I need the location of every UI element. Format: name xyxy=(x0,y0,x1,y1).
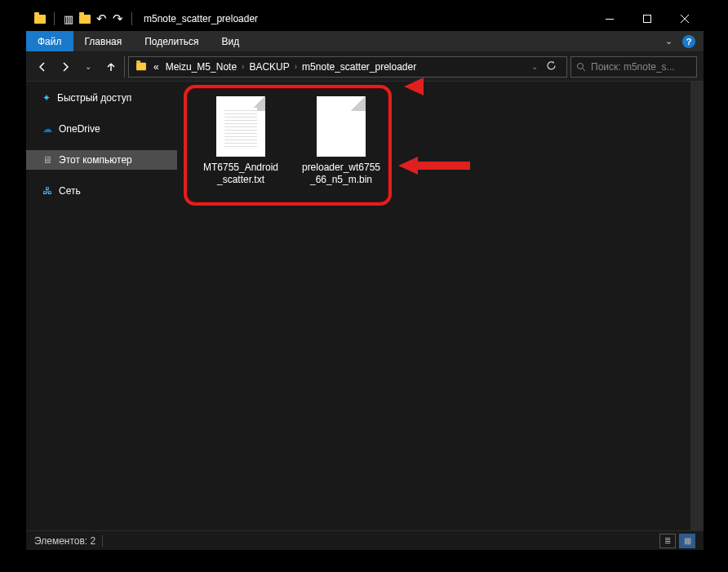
tab-view[interactable]: Вид xyxy=(210,31,251,51)
sidebar-item-network[interactable]: 🖧 Сеть xyxy=(26,181,177,201)
navigation-bar: ⌄ « Meizu_M5_Note › BACKUP › m5note_scat… xyxy=(26,52,704,82)
file-label-line2: _66_n5_m.bin xyxy=(295,174,387,186)
maximize-button[interactable] xyxy=(628,7,666,31)
scrollbar[interactable] xyxy=(690,82,704,530)
breadcrumb-seg3[interactable]: m5note_scatter_preloader xyxy=(299,61,419,73)
folder-icon xyxy=(132,62,150,71)
binary-file-icon xyxy=(317,96,366,157)
star-icon: ✦ xyxy=(42,92,51,104)
file-item-scatter-txt[interactable]: MT6755_Android _scatter.txt xyxy=(195,96,286,186)
monitor-icon: 🖥 xyxy=(42,154,52,166)
chevron-right-icon[interactable]: › xyxy=(293,62,299,71)
titlebar: ▥ ↶ ↷ m5note_scatter_preloader xyxy=(26,7,704,31)
breadcrumb-prefix: « xyxy=(150,61,162,73)
chevron-down-icon[interactable]: ⌄ xyxy=(665,36,673,47)
sidebar-item-onedrive[interactable]: ☁ OneDrive xyxy=(26,119,177,139)
address-separator xyxy=(124,56,125,78)
nav-pane: ✦ Быстрый доступ ☁ OneDrive 🖥 Этот компь… xyxy=(26,82,177,530)
tab-home[interactable]: Главная xyxy=(73,31,134,51)
breadcrumb-seg1[interactable]: Meizu_M5_Note xyxy=(162,61,240,73)
refresh-icon[interactable] xyxy=(539,60,563,73)
breadcrumb-seg2[interactable]: BACKUP xyxy=(246,61,292,73)
ribbon-tabs: Файл Главная Поделиться Вид ⌄ ? xyxy=(26,31,704,52)
file-item-preloader-bin[interactable]: preloader_wt6755 _66_n5_m.bin xyxy=(295,96,387,186)
content-pane[interactable]: MT6755_Android _scatter.txt preloader_wt… xyxy=(177,82,704,530)
text-file-icon xyxy=(216,96,265,157)
new-folder-icon[interactable] xyxy=(78,11,92,26)
redo-icon[interactable]: ↷ xyxy=(110,11,125,26)
address-bar[interactable]: « Meizu_M5_Note › BACKUP › m5note_scatte… xyxy=(128,56,567,78)
window-controls xyxy=(591,7,704,31)
close-button[interactable] xyxy=(666,7,704,31)
quick-access-toolbar: ▥ ↶ ↷ xyxy=(33,11,137,26)
sidebar-item-label: Сеть xyxy=(59,185,81,197)
item-count-label: Элементов: 2 xyxy=(34,535,95,547)
search-placeholder: Поиск: m5note_s... xyxy=(591,61,675,73)
file-label-line2: _scatter.txt xyxy=(195,174,286,186)
sidebar-item-label: Этот компьютер xyxy=(59,154,132,166)
status-bar: Элементов: 2 ≣ ▦ xyxy=(26,530,704,550)
properties-icon[interactable]: ▥ xyxy=(61,11,76,26)
recent-dropdown[interactable]: ⌄ xyxy=(78,57,98,77)
up-button[interactable] xyxy=(101,57,121,77)
chevron-right-icon[interactable]: › xyxy=(240,62,246,71)
ribbon-help-area: ⌄ ? xyxy=(665,31,704,51)
icons-view-button[interactable]: ▦ xyxy=(679,534,695,548)
window-title: m5note_scatter_preloader xyxy=(144,13,258,24)
search-input[interactable]: Поиск: m5note_s... xyxy=(570,56,697,78)
sidebar-item-label: Быстрый доступ xyxy=(57,92,131,104)
undo-icon[interactable]: ↶ xyxy=(94,11,109,26)
sidebar-item-this-pc[interactable]: 🖥 Этот компьютер xyxy=(26,150,177,170)
help-icon[interactable]: ? xyxy=(682,35,695,48)
view-toggle: ≣ ▦ xyxy=(659,534,695,548)
explorer-window: ▥ ↶ ↷ m5note_scatter_preloader Файл Глав… xyxy=(26,7,704,550)
tab-file[interactable]: Файл xyxy=(26,31,73,51)
svg-rect-1 xyxy=(644,16,651,23)
cloud-icon: ☁ xyxy=(42,123,52,135)
separator xyxy=(102,535,103,547)
back-button[interactable] xyxy=(33,57,52,77)
search-icon xyxy=(576,62,586,72)
sidebar-item-quick-access[interactable]: ✦ Быстрый доступ xyxy=(26,88,177,108)
svg-rect-0 xyxy=(606,19,614,20)
file-label-line1: preloader_wt6755 xyxy=(295,162,387,174)
history-dropdown-icon[interactable]: ⌄ xyxy=(530,62,539,71)
separator xyxy=(131,12,132,25)
tab-share[interactable]: Поделиться xyxy=(133,31,210,51)
network-icon: 🖧 xyxy=(42,185,52,197)
svg-point-2 xyxy=(578,63,584,69)
forward-button[interactable] xyxy=(55,57,75,77)
explorer-body: ✦ Быстрый доступ ☁ OneDrive 🖥 Этот компь… xyxy=(26,82,704,530)
file-label-line1: MT6755_Android xyxy=(195,162,286,174)
separator xyxy=(54,12,55,25)
sidebar-item-label: OneDrive xyxy=(59,123,100,135)
minimize-button[interactable] xyxy=(591,7,628,31)
details-view-button[interactable]: ≣ xyxy=(659,534,676,548)
folder-icon xyxy=(33,11,47,26)
